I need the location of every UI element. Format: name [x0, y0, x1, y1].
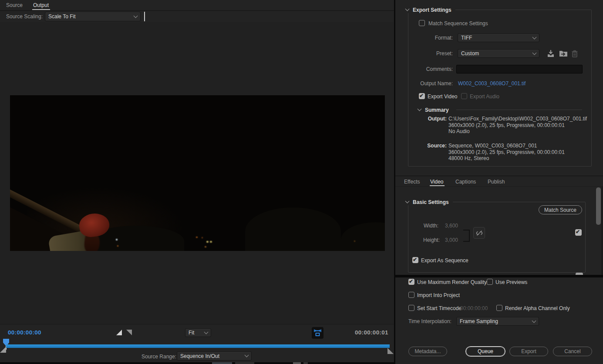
format-label: Format: — [395, 35, 453, 41]
preset-label: Preset: — [395, 50, 453, 57]
export-video-label: Export Video — [428, 94, 458, 100]
summary-header[interactable]: Summary — [417, 107, 453, 113]
use-previews-checkbox[interactable] — [487, 279, 493, 285]
comments-label: Comments: — [395, 66, 453, 72]
format-value: TIFF — [461, 35, 472, 41]
tab-source[interactable]: Source — [6, 2, 23, 8]
distant-light — [202, 237, 203, 238]
chevron-down-icon — [532, 318, 536, 323]
export-audio-label: Export Audio — [470, 94, 499, 100]
export-video-checkbox[interactable] — [419, 93, 425, 99]
basic-settings-title: Basic Settings — [413, 199, 449, 205]
output-name-link[interactable]: W002_C003_0608O7_001.tif — [458, 80, 526, 87]
transport-bar: 00:00:00:00 Fit 00:00:00:01 — [0, 324, 394, 364]
queue-button[interactable]: Queue — [466, 347, 505, 356]
save-preset-button[interactable] — [546, 49, 556, 58]
constrain-checkbox[interactable] — [575, 229, 582, 236]
source-scaling-value: Scale To Fit — [48, 13, 75, 20]
tab-output-underline — [32, 9, 50, 10]
time-interpolation-value: Frame Sampling — [460, 318, 498, 324]
distant-light — [116, 239, 118, 240]
export-as-sequence-label: Export As Sequence — [421, 257, 468, 264]
section-collapse-icon — [405, 7, 410, 11]
delete-preset-icon — [571, 50, 578, 58]
tab-video[interactable]: Video — [430, 179, 443, 185]
tab-captions[interactable]: Captions — [455, 179, 476, 185]
import-into-project-label: Import Into Project — [417, 292, 460, 298]
tab-output[interactable]: Output — [33, 2, 49, 8]
use-previews-label: Use Previews — [495, 279, 527, 285]
link-width-height-button[interactable] — [473, 227, 485, 239]
fit-width-icon — [313, 329, 322, 337]
distant-light — [354, 240, 355, 242]
distant-light — [210, 241, 212, 243]
range-start-handle[interactable] — [0, 347, 6, 353]
export-settings-title: Export Settings — [413, 7, 451, 13]
text-caret — [144, 12, 145, 21]
export-settings-header[interactable]: Export Settings — [405, 7, 455, 13]
time-interpolation-select[interactable]: Frame Sampling — [456, 317, 539, 326]
video-preview-frame[interactable] — [10, 95, 385, 251]
match-sequence-settings-checkbox[interactable] — [419, 20, 425, 26]
preset-select[interactable]: Custom — [458, 49, 539, 58]
section-divider — [395, 275, 603, 277]
export-as-sequence-checkbox[interactable] — [412, 257, 418, 263]
set-start-timecode-label: Set Start Timecode — [417, 305, 462, 311]
use-maximum-render-quality-checkbox[interactable] — [408, 279, 414, 285]
timeline-range-bar[interactable] — [6, 344, 390, 348]
basic-settings-header[interactable]: Basic Settings — [405, 199, 453, 205]
match-sequence-settings-label: Match Sequence Settings — [428, 20, 488, 27]
scrollbar-track[interactable] — [601, 187, 603, 275]
settings-panel: Export Settings Match Sequence Settings … — [395, 0, 603, 364]
set-out-point-button[interactable] — [126, 330, 132, 335]
import-preset-icon — [559, 50, 568, 57]
tab-effects[interactable]: Effects — [404, 179, 420, 185]
set-in-point-button[interactable] — [116, 330, 122, 335]
size-link-bracket — [463, 230, 470, 242]
delete-preset-button[interactable] — [571, 49, 579, 58]
output-name-label: Output Name: — [395, 80, 453, 87]
render-alpha-channel-only-label: Render Alpha Channel Only — [505, 305, 570, 311]
export-settings-dialog: Source Output Source Scaling: Scale To F… — [0, 0, 603, 364]
tree-silhouette — [245, 207, 341, 251]
set-start-timecode-checkbox[interactable] — [408, 305, 414, 311]
scrollbar-thumb[interactable] — [596, 187, 601, 225]
render-alpha-channel-only-checkbox[interactable] — [496, 305, 502, 311]
summary-title: Summary — [425, 107, 449, 113]
filmstrip-thumb — [235, 362, 254, 364]
summary-source-label: Source: — [395, 143, 447, 149]
match-source-button[interactable]: Match Source — [539, 205, 582, 214]
section-collapse-icon — [405, 199, 410, 204]
import-preset-button[interactable] — [558, 49, 569, 58]
distant-light — [206, 241, 209, 243]
format-select[interactable]: TIFF — [458, 33, 539, 42]
chevron-down-icon — [204, 330, 209, 334]
import-into-project-checkbox[interactable] — [408, 292, 414, 298]
filmstrip-edge — [0, 362, 394, 364]
metadata-button[interactable]: Metadata... — [408, 347, 447, 356]
settings-tabbar: Effects Video Captions Publish — [395, 176, 603, 187]
duration-timecode: 00:00:00:01 — [355, 329, 388, 336]
preview-panel: Source Output Source Scaling: Scale To F… — [0, 0, 394, 364]
tree-silhouette — [341, 222, 385, 251]
comments-input[interactable] — [456, 65, 583, 73]
summary-output-label: Output: — [395, 116, 447, 122]
range-end-handle[interactable] — [387, 348, 394, 354]
cancel-button[interactable]: Cancel — [553, 347, 592, 356]
time-interpolation-label: Time Interpolation: — [408, 318, 451, 324]
broken-link-icon — [475, 230, 483, 237]
source-scaling-select[interactable]: Scale To Fit — [45, 12, 141, 21]
summary-rule — [456, 110, 582, 110]
fit-width-button[interactable] — [312, 327, 323, 339]
preset-value: Custom — [461, 50, 479, 57]
start-timecode-value: 00:00:00:00 — [460, 305, 488, 311]
export-button[interactable]: Export — [509, 347, 548, 356]
chevron-down-icon — [532, 35, 537, 39]
filmstrip-thumb — [212, 362, 232, 364]
current-timecode[interactable]: 00:00:00:00 — [8, 329, 41, 336]
zoom-level-select[interactable]: Fit — [185, 328, 211, 337]
chevron-down-icon — [532, 50, 537, 55]
tab-publish[interactable]: Publish — [488, 179, 505, 185]
chevron-down-icon — [245, 353, 249, 357]
source-range-select[interactable]: Sequence In/Out — [177, 351, 252, 361]
